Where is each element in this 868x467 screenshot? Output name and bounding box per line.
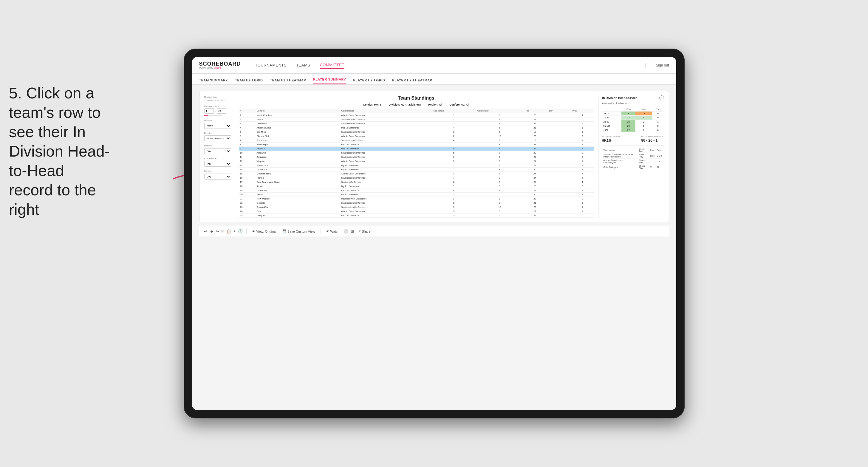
table-row[interactable]: 11 Arkansas Southeastern Conference 6 8 … [239,155,594,159]
subnav-team-h2h-heatmap[interactable]: TEAM H2H HEATMAP [270,79,306,84]
cell-conf-rank: 9 [476,113,523,118]
table-row[interactable]: 7 Tennessee Southeastern Conference 4 6 … [239,138,594,143]
cell-conference: Pac-12 Conference [340,214,431,218]
cell-reg-rank: 7 [432,176,476,180]
cell-conf-rank: 9 [476,180,523,184]
cell-rank: 9 [239,147,255,151]
table-row[interactable]: 3 Vanderbilt Southeastern Conference 2 8… [239,122,594,126]
table-row[interactable]: 25 Oregon Pac-12 Conference 5 7 21 0 [239,214,594,218]
add-button[interactable]: + [234,229,236,234]
h2h-tie-51-100: 0 [652,124,664,128]
cell-rds: 24 [523,172,546,176]
cell-reg-rank: 4 [432,172,476,176]
cell-rank: 17 [239,180,255,184]
filter-max-input[interactable] [217,108,226,114]
filter-conference-select[interactable]: (All) [204,161,231,167]
filter-minimum-rounds: Minimum Rou... - [204,105,234,116]
table-row[interactable]: 5 Ole Miss Southeastern Conference 3 6 1… [239,130,594,134]
cell-reg-rank: 5 [432,209,476,214]
nav-item-teams[interactable]: TEAMS [296,62,310,69]
cell-win: 5 [571,122,594,126]
filter-gender-select[interactable]: Men's [204,123,231,129]
filter-slider[interactable] [204,115,222,116]
h2h-loss-51-100: 3 [636,124,652,128]
cell-tour [546,151,571,155]
table-row[interactable]: 1 North Carolina Atlantic Coast Conferen… [239,113,594,118]
presentation-button[interactable]: ⬜ [343,229,348,234]
step-back-button[interactable]: ⏮ [210,229,214,234]
save-custom-button[interactable]: 💾 Save Custom View [281,228,317,234]
share-button[interactable]: ↗ Share [356,228,372,234]
copy-button[interactable]: ⎘ [221,229,224,234]
cell-rank: 23 [239,205,255,209]
h2h-row-top10[interactable]: Top 10 3 13 0 [602,112,664,116]
undo-button[interactable]: ↩ [204,229,207,234]
table-row[interactable]: 2 Auburn Southeastern Conference 1 9 27 … [239,118,594,122]
table-row[interactable]: 17 East Tennessee State Southern Confere… [239,180,594,184]
table-row[interactable]: 20 Texas Big 12 Conference 3 7 20 2 [239,193,594,197]
table-row[interactable]: 4 Arizona State Pac-12 Conference 4 6 26… [239,126,594,130]
subnav-player-summary[interactable]: PLAYER SUMMARY [313,77,346,84]
filter-region-select[interactable]: N/A [204,148,231,154]
cell-rds: 24 [523,188,546,193]
watch-button[interactable]: 👁 Watch [324,229,341,234]
sign-out-button[interactable]: Sign out [656,63,669,67]
table-row[interactable]: 19 California Pac-12 Conference 4 8 24 2 [239,188,594,193]
table-row[interactable]: 24 Duke Atlantic Coast Conference 5 9 27… [239,209,594,214]
paste-button[interactable]: 📋 [226,229,231,234]
tournament-row[interactable]: Jackson T. Stephens Cup Men's Match-Play… [602,153,664,159]
table-row[interactable]: 14 Oklahoma Big 12 Conference 2 8 26 2 [239,167,594,172]
tournament-row[interactable]: Arizona Thunderbirds Intercollegiate Str… [602,159,664,164]
cell-conference: Atlantic Coast Conference [340,134,431,138]
h2h-close-button[interactable]: × [659,95,664,100]
cell-win: 3 [571,151,594,155]
table-row[interactable]: 18 Illinois Big Ten Conference 1 9 23 3 [239,184,594,188]
filter-division-select[interactable]: NCAA Division I [204,135,231,142]
cell-tour [546,155,571,159]
cell-rank: 2 [239,118,255,122]
table-row[interactable]: 15 Georgia Tech Atlantic Coast Conferenc… [239,172,594,176]
cell-tour [546,134,571,138]
h2h-tie-100plus: 0 [652,128,664,132]
nav-item-committee[interactable]: COMMITTEE [320,61,344,69]
redo-button[interactable]: ↪ [216,229,219,234]
h2h-row-100plus[interactable]: >100 27 0 0 [602,128,664,132]
filter-school-select[interactable]: (All) [204,174,231,180]
tournament-row[interactable]: Cabo Collegiate Stroke Play 11 17 [602,164,664,170]
cell-rds: 23 [523,155,546,159]
h2h-row-26-50[interactable]: 26-50 25 2 1 [602,120,664,124]
h2h-row-11-25[interactable]: 11-25 11 8 0 [602,116,664,120]
cell-school: North Carolina [255,113,340,118]
view-original-button[interactable]: 👁 View: Original [250,229,278,234]
table-row[interactable]: 9 Arizona Pac-12 Conference 5 8 23 3 [239,147,594,151]
cell-tour [546,113,571,118]
table-row[interactable]: 22 Georgia Southeastern Conference 8 7 2… [239,201,594,205]
subnav-team-h2h-grid[interactable]: TEAM H2H GRID [235,79,263,84]
table-row[interactable]: 12 Virginia Atlantic Coast Conference 3 … [239,159,594,163]
grid-button[interactable]: ⊞ [351,229,354,234]
subnav-team-summary[interactable]: TEAM SUMMARY [199,79,228,84]
table-row[interactable]: 6 Florida State Atlantic Coast Conferenc… [239,134,594,138]
cell-reg-rank: 5 [432,147,476,151]
cell-reg-rank: 1 [432,197,476,201]
subnav-player-h2h-heatmap[interactable]: PLAYER H2H HEATMAP [392,79,432,84]
cell-conf-rank: 8 [476,159,523,163]
clock-button[interactable]: 🕐 [238,229,243,234]
cell-school: Oklahoma [255,167,340,172]
table-row[interactable]: 23 Texas A&M Southeastern Conference 9 1… [239,205,594,209]
h2h-row-51-100[interactable]: 51-100 20 3 0 [602,124,664,128]
table-row[interactable]: 8 Washington Pac-12 Conference 2 8 23 1 [239,143,594,147]
cell-tour [546,163,571,167]
table-row[interactable]: 13 Texas Tech Big 12 Conference 1 9 27 2 [239,163,594,167]
cell-reg-rank: 2 [432,143,476,147]
cell-conf-rank: 6 [476,138,523,143]
tablet-screen: SCOREBOARD Powered by clippd TOURNAMENTS… [192,57,676,410]
table-row[interactable]: 16 Florida Southeastern Conference 7 7 2… [239,176,594,180]
cell-rank: 1 [239,113,255,118]
cell-conference: Atlantic Coast Conference [340,113,431,118]
table-row[interactable]: 10 Alabama Southeastern Conference 5 8 2… [239,151,594,155]
nav-item-tournaments[interactable]: TOURNAMENTS [255,62,287,69]
table-row[interactable]: 21 New Mexico Mountain West Conference 1… [239,197,594,201]
filter-min-input[interactable] [204,108,214,114]
subnav-player-h2h-grid[interactable]: PLAYER H2H GRID [353,79,385,84]
